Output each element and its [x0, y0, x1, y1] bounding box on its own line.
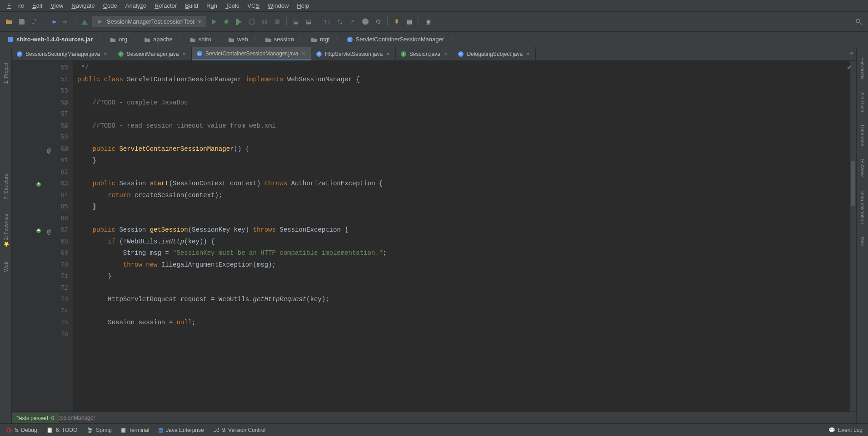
javaee-tool[interactable]: ▤Java Enterprise: [158, 427, 204, 433]
crumb-mgt[interactable]: mgt: [307, 35, 334, 44]
debug-tool[interactable]: 🐞5: Debug: [5, 427, 37, 433]
antbuild-tool[interactable]: Ant Build: [860, 90, 865, 114]
menu-run[interactable]: Run: [203, 1, 221, 10]
eventlog-tool[interactable]: 💬Event Log: [828, 427, 863, 433]
debug-icon[interactable]: [221, 16, 232, 27]
code-editor[interactable]: 53⌃ 54 55 56⌄ 57 58⌄ 59 @60⌄ 61⌃ 62 63⌄ …: [12, 61, 856, 411]
code-content[interactable]: */ public class ServletContainerSessionM…: [73, 61, 850, 411]
line-number: 72: [12, 282, 68, 294]
build-icon[interactable]: [79, 16, 90, 27]
tab-http-servlet[interactable]: CHttpServletSession.java×: [311, 47, 396, 60]
scrollbar[interactable]: ✔: [850, 61, 856, 411]
search-icon[interactable]: [853, 16, 864, 27]
scroll-thumb[interactable]: [851, 161, 855, 206]
mav-tool[interactable]: Mav: [860, 235, 865, 248]
crumb-web[interactable]: web: [224, 35, 252, 44]
separator: [75, 17, 75, 26]
undo-icon[interactable]: [373, 16, 384, 27]
menu-edit[interactable]: Edit: [29, 1, 46, 10]
crumb-apache[interactable]: apache: [140, 35, 176, 44]
fold-icon[interactable]: ⌄: [62, 144, 67, 149]
menu-help[interactable]: Help: [293, 1, 313, 10]
crumb-class[interactable]: CServletContainerSessionManager: [343, 35, 448, 44]
save-icon[interactable]: [16, 16, 27, 27]
crumb-org[interactable]: org: [106, 35, 131, 44]
structure-icon[interactable]: ▤: [404, 16, 415, 27]
profiler-icon[interactable]: [246, 16, 257, 27]
close-icon[interactable]: ×: [301, 50, 306, 57]
tab-delegating[interactable]: CDelegatingSubject.java×: [453, 47, 535, 60]
spring-tool[interactable]: 🍃Spring: [86, 427, 112, 433]
close-icon[interactable]: ×: [525, 50, 531, 57]
menu-window[interactable]: Window: [264, 1, 292, 10]
close-icon[interactable]: ×: [443, 50, 449, 57]
vcs-push-icon[interactable]: ↗: [347, 16, 358, 27]
tab-session-manager[interactable]: ISessionManager.java×: [113, 47, 192, 60]
tab-session[interactable]: ISession.java×: [396, 47, 454, 60]
fold-icon[interactable]: ⌄: [62, 178, 67, 183]
close-icon[interactable]: ×: [181, 50, 187, 57]
vcs-commit-icon[interactable]: [334, 16, 345, 27]
fold-icon[interactable]: ⌃: [62, 62, 67, 68]
stop-icon[interactable]: [272, 16, 283, 27]
crumb-session[interactable]: session: [261, 35, 298, 44]
coverage-icon[interactable]: [234, 16, 244, 27]
profile1-icon[interactable]: ⬓: [290, 16, 301, 27]
run2-icon[interactable]: [259, 16, 270, 27]
close-icon[interactable]: ×: [103, 50, 108, 57]
menu-code[interactable]: Code: [100, 1, 121, 10]
run-config-selector[interactable]: SessionManagerTest.sessionTest ▾: [92, 16, 206, 27]
menu-refactor[interactable]: Refactor: [151, 1, 180, 10]
open-icon[interactable]: [4, 16, 15, 27]
tabs-dropdown-icon[interactable]: ⇥: [845, 47, 856, 58]
help-icon[interactable]: ▣: [423, 16, 434, 27]
tab-servlet-container[interactable]: CServletContainerSessionManager.java×: [192, 47, 311, 60]
tab-sessions-security[interactable]: CSessionsSecurityManager.java×: [12, 47, 113, 60]
crumb-shiro[interactable]: shiro: [186, 35, 215, 44]
terminal-tool[interactable]: ▣Terminal: [121, 427, 149, 433]
fold-icon[interactable]: ⌃: [62, 201, 67, 207]
database-tool[interactable]: Database: [860, 123, 865, 148]
menu-tools[interactable]: Tools: [222, 1, 243, 10]
menu-analyze[interactable]: Analyze: [122, 1, 150, 10]
fold-icon[interactable]: ⌄: [62, 224, 67, 230]
todo-tool[interactable]: 📋6: TODO: [46, 427, 78, 433]
svg-point-0: [224, 20, 228, 24]
vcs-update-icon[interactable]: [322, 16, 333, 27]
svg-rect-3: [262, 20, 264, 24]
vc-tool[interactable]: ⎇9: Version Control: [213, 427, 265, 433]
sciview-tool[interactable]: SciView: [860, 157, 865, 178]
close-icon[interactable]: ×: [385, 50, 391, 57]
structure-tool[interactable]: 7: Structure: [3, 172, 9, 201]
menu-vcs[interactable]: VCS: [244, 1, 263, 10]
beanvalidation-tool[interactable]: Bean Validation: [860, 188, 865, 226]
line-number: 56⌄: [12, 97, 68, 109]
project-tool[interactable]: 1: Project: [3, 61, 9, 85]
menu-navigate[interactable]: Navigate: [68, 1, 98, 10]
hierarchy-tool[interactable]: Hierarchy: [860, 56, 865, 81]
run-config-label: SessionManagerTest.sessionTest: [107, 18, 195, 25]
menu-build[interactable]: Build: [181, 1, 202, 10]
line-number: 63⌄: [12, 178, 68, 190]
settings-icon[interactable]: [391, 16, 402, 27]
separator: [387, 17, 388, 26]
back-icon[interactable]: [48, 16, 59, 27]
separator: [318, 17, 318, 26]
crumb-jar[interactable]: shiro-web-1.4.0-sources.jar: [4, 35, 96, 44]
favorites-tool[interactable]: ⭐ 2: Favorites: [3, 212, 9, 249]
fold-icon[interactable]: ⌃: [62, 155, 67, 160]
fold-icon[interactable]: ⌄: [62, 120, 67, 126]
vcs-history-icon[interactable]: 🕑: [360, 16, 371, 27]
run-icon[interactable]: [208, 16, 219, 27]
profile2-icon[interactable]: ⬓: [303, 16, 314, 27]
right-tool-strip: Hierarchy Ant Build Database SciView Bea…: [856, 47, 868, 423]
fold-icon[interactable]: ⌄: [62, 97, 67, 103]
web-tool[interactable]: Web: [3, 260, 9, 273]
sync-icon[interactable]: [29, 16, 40, 27]
svg-rect-4: [265, 20, 267, 24]
menu-view[interactable]: View: [47, 1, 67, 10]
forward-icon[interactable]: [60, 16, 71, 27]
line-number: @67⌄: [12, 224, 68, 236]
menu-file[interactable]: File: [4, 1, 28, 10]
chevron-right-icon: 〉: [449, 35, 455, 44]
